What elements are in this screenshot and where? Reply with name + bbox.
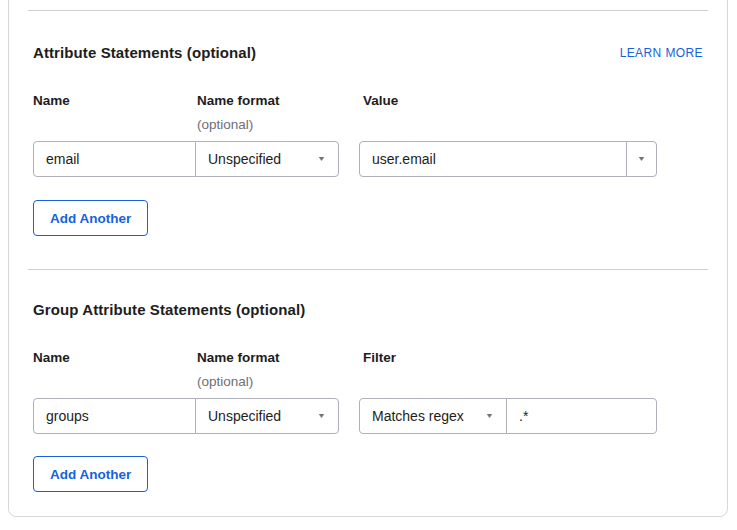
attribute-statements-section: Attribute Statements (optional) LEARN MO… <box>33 44 703 236</box>
section-divider-middle <box>28 269 708 270</box>
name-and-format-group: Unspecified ▼ <box>33 141 339 177</box>
add-another-group-attribute-button[interactable]: Add Another <box>33 456 148 492</box>
column-header-name: Name <box>33 94 197 108</box>
group-attribute-name-input[interactable] <box>33 398 196 434</box>
column-headers-row: Name Name format (optional) Filter <box>33 351 703 389</box>
filter-group: Matches regex ▼ <box>359 398 657 434</box>
section-divider-top <box>28 10 708 11</box>
section-title-attribute-statements: Attribute Statements (optional) <box>33 44 256 61</box>
chevron-down-icon: ▼ <box>637 155 646 162</box>
column-header-name-format: Name format (optional) <box>197 351 359 389</box>
value-group: ▼ <box>359 141 657 177</box>
name-format-dropdown[interactable]: Unspecified ▼ <box>195 398 339 434</box>
column-header-value: Value <box>359 94 703 108</box>
learn-more-link[interactable]: LEARN MORE <box>620 46 703 60</box>
name-and-format-group: Unspecified ▼ <box>33 398 339 434</box>
filter-value-input[interactable] <box>506 398 657 434</box>
filter-type-dropdown[interactable]: Matches regex ▼ <box>359 398 507 434</box>
column-header-name: Name <box>33 351 197 365</box>
chevron-down-icon: ▼ <box>317 155 326 162</box>
optional-note: (optional) <box>197 375 359 389</box>
attribute-row: Unspecified ▼ ▼ <box>33 141 703 177</box>
column-headers-row: Name Name format (optional) Value <box>33 94 703 132</box>
section-header: Group Attribute Statements (optional) <box>33 301 703 318</box>
group-attribute-statements-section: Group Attribute Statements (optional) Na… <box>33 301 703 492</box>
chevron-down-icon: ▼ <box>485 412 494 419</box>
optional-note: (optional) <box>197 118 359 132</box>
column-header-name-format: Name format (optional) <box>197 94 359 132</box>
group-attribute-row: Unspecified ▼ Matches regex ▼ <box>33 398 703 434</box>
section-header: Attribute Statements (optional) LEARN MO… <box>33 44 703 61</box>
name-format-dropdown[interactable]: Unspecified ▼ <box>195 141 339 177</box>
add-another-attribute-button[interactable]: Add Another <box>33 200 148 236</box>
attribute-value-input[interactable] <box>359 141 627 177</box>
column-header-filter: Filter <box>359 351 703 365</box>
value-dropdown-button[interactable]: ▼ <box>626 141 657 177</box>
saml-settings-card: Attribute Statements (optional) LEARN MO… <box>8 0 728 517</box>
chevron-down-icon: ▼ <box>317 412 326 419</box>
section-title-group-attribute-statements: Group Attribute Statements (optional) <box>33 301 305 318</box>
attribute-name-input[interactable] <box>33 141 196 177</box>
